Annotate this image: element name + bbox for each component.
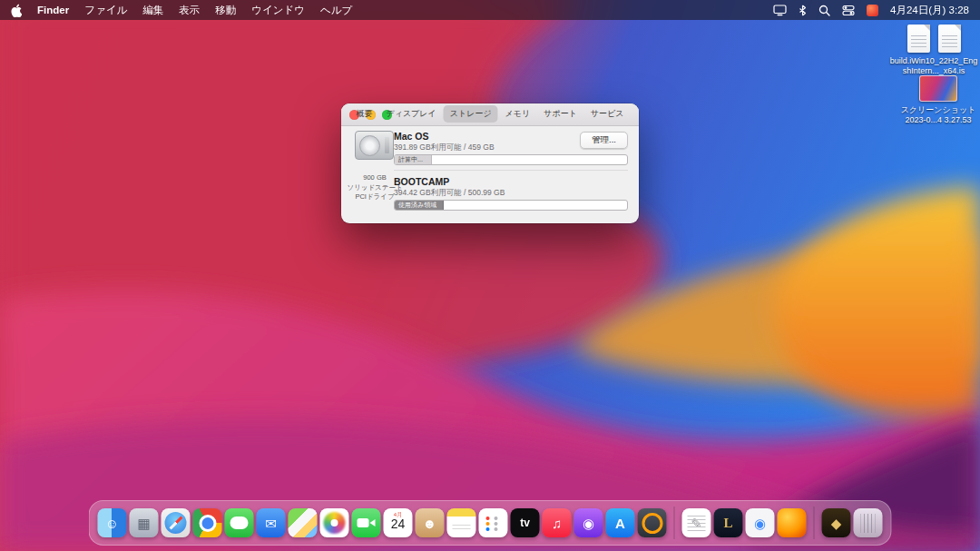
internal-disk-icon — [355, 131, 394, 160]
dock-item-league[interactable]: L — [714, 508, 743, 537]
dock-item-notes[interactable] — [447, 508, 476, 537]
dock-item-finder[interactable]: ☺ — [98, 508, 127, 537]
volume-name-bootcamp: BOOTCAMP — [394, 176, 449, 187]
tab-display[interactable]: ディスプレイ — [379, 105, 442, 123]
tab-storage[interactable]: ストレージ — [444, 105, 498, 123]
about-this-mac-window: 概要 ディスプレイ ストレージ メモリ サポート サービス 900 GB ソリッ… — [341, 103, 639, 223]
segment-label: 計算中... — [398, 155, 423, 164]
volume-detail-bootcamp: 394.42 GB利用可能 / 500.99 GB — [394, 188, 505, 199]
manage-button[interactable]: 管理... — [580, 132, 628, 149]
tab-overview[interactable]: 概要 — [349, 105, 378, 123]
dock-item-launchpad[interactable]: ▦ — [130, 508, 159, 537]
wallpaper — [0, 0, 980, 551]
finder-icon: ☺ — [105, 517, 119, 530]
photobooth-icon: ◉ — [754, 517, 766, 530]
dock-item-maps[interactable] — [289, 508, 318, 537]
appstore-icon: A — [615, 517, 625, 530]
menu-bar: Finder ファイル 編集 表示 移動 ウインドウ ヘルプ 4月24日(月) … — [0, 0, 980, 20]
segment-label: 使用済み領域 — [398, 201, 436, 210]
menu-clock[interactable]: 4月24日(月) 3:28 — [890, 4, 969, 17]
screenshot-thumbnail-icon — [919, 75, 957, 102]
dock-item-mail[interactable]: ✉ — [257, 508, 286, 537]
dock-item-firefox[interactable] — [778, 508, 807, 537]
calendar-day: 24 — [391, 517, 406, 531]
desktop-file-label: スクリーンショット 2023-0...4 3.27.53 — [901, 105, 976, 125]
mail-icon: ✉ — [265, 517, 277, 530]
desktop-file-screenshot[interactable]: スクリーンショット 2023-0...4 3.27.53 — [897, 75, 980, 125]
tab-memory[interactable]: メモリ — [499, 105, 537, 123]
storage-bar-macos: 計算中... — [394, 154, 628, 165]
menu-bar-left: Finder ファイル 編集 表示 移動 ウインドウ ヘルプ — [11, 4, 352, 17]
contacts-icon: ☻ — [423, 517, 437, 530]
dock-item-reminders[interactable] — [479, 508, 508, 537]
menu-edit[interactable]: 編集 — [142, 4, 163, 17]
storage-pane: 900 GB ソリッドステート PCIドライブ Mac OS 391.89 GB… — [341, 126, 639, 223]
desktop-file-label: build.iWin10_22H2_Eng shIntern..._x64.is — [890, 56, 978, 76]
tv-icon: tv — [520, 517, 530, 528]
spotlight-search-icon[interactable] — [818, 5, 830, 16]
dock-item-chrome[interactable] — [193, 508, 222, 537]
storage-bar-bootcamp: 使用済み領域 — [394, 200, 628, 211]
dock-item-calendar[interactable]: 4月24 — [384, 508, 413, 537]
bluetooth-icon[interactable] — [799, 5, 807, 16]
menu-finder[interactable]: Finder — [37, 5, 69, 15]
desktop-file-iso[interactable]: build.iWin10_22H2_Eng shIntern..._x64.is — [885, 25, 980, 76]
volume-name-macos: Mac OS — [394, 131, 429, 142]
document-icons — [907, 25, 961, 53]
row-divider — [394, 170, 628, 171]
dock: ☺▦✉4月24☻tv♫◉A✎L◉◆ — [89, 500, 892, 546]
display-icon[interactable] — [773, 5, 787, 16]
dock-item-textedit[interactable]: ✎ — [682, 508, 711, 537]
dock-item-podcasts[interactable]: ◉ — [574, 508, 603, 537]
menu-file[interactable]: ファイル — [84, 4, 127, 17]
menu-bar-status: 4月24日(月) 3:28 — [773, 4, 969, 17]
dock-item-leagueclient[interactable]: ◆ — [822, 508, 851, 537]
menu-help[interactable]: ヘルプ — [320, 4, 352, 17]
dock-separator — [674, 507, 675, 539]
dock-item-garageband[interactable] — [638, 508, 667, 537]
menu-view[interactable]: 表示 — [179, 4, 200, 17]
podcasts-icon: ◉ — [583, 517, 594, 530]
dock-item-appstore[interactable]: A — [606, 508, 635, 537]
dock-item-photobooth[interactable]: ◉ — [746, 508, 775, 537]
leagueclient-icon: ◆ — [831, 517, 842, 530]
menu-go[interactable]: 移動 — [215, 4, 236, 17]
league-icon: L — [723, 517, 732, 530]
window-titlebar[interactable]: 概要 ディスプレイ ストレージ メモリ サポート サービス — [341, 103, 639, 126]
used-segment: 計算中... — [395, 155, 432, 164]
dock-item-photos[interactable] — [320, 508, 349, 537]
apple-menu-icon[interactable] — [11, 4, 22, 17]
document-icon — [938, 25, 961, 53]
control-center-icon[interactable] — [842, 5, 855, 16]
dock-item-contacts[interactable]: ☻ — [416, 508, 445, 537]
menu-window[interactable]: ウインドウ — [251, 4, 305, 17]
tab-service[interactable]: サービス — [584, 105, 631, 123]
launchpad-icon: ▦ — [137, 517, 150, 530]
used-segment: 使用済み領域 — [395, 201, 444, 210]
dock-item-safari[interactable] — [162, 508, 191, 537]
music-icon: ♫ — [552, 517, 562, 530]
dock-item-trash[interactable] — [854, 508, 883, 537]
document-icon — [907, 25, 930, 53]
tab-support[interactable]: サポート — [537, 105, 583, 123]
textedit-icon: ✎ — [691, 517, 702, 530]
dock-item-tv[interactable]: tv — [511, 508, 540, 537]
dock-item-music[interactable]: ♫ — [543, 508, 572, 537]
dock-item-messages[interactable] — [225, 508, 254, 537]
dock-item-facetime[interactable] — [352, 508, 381, 537]
dock-separator — [814, 507, 815, 539]
toolbar-tabs: 概要 ディスプレイ ストレージ メモリ サポート サービス — [349, 105, 630, 123]
menu-extra-app-icon[interactable] — [867, 5, 878, 16]
volume-detail-macos: 391.89 GB利用可能 / 459 GB — [394, 143, 495, 153]
